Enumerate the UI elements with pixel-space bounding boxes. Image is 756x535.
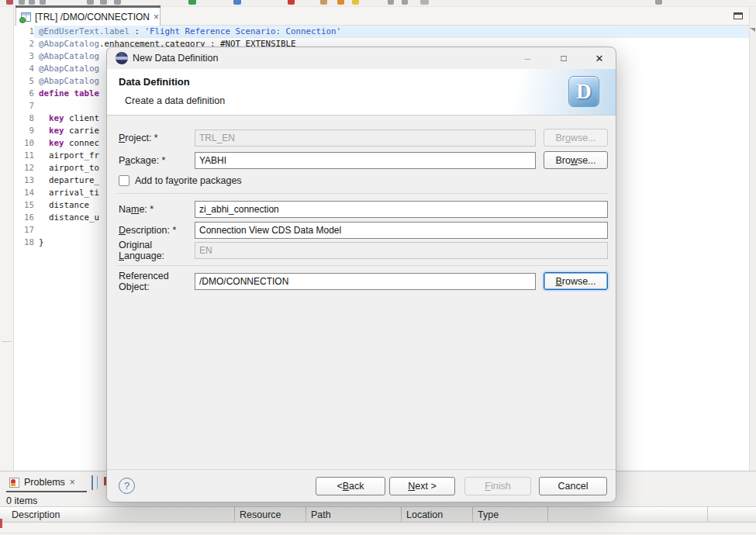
- new-data-definition-dialog: New Data Definition – □ ✕ Data Definitio…: [106, 47, 616, 502]
- active-tab-underline: [6, 491, 87, 492]
- toolbar-icon-fragment[interactable]: [320, 0, 327, 5]
- maximize-icon[interactable]: □: [557, 51, 571, 65]
- column-header-path[interactable]: Path: [306, 507, 402, 522]
- red-marker: [0, 519, 2, 528]
- description-row: Description: *: [119, 221, 608, 239]
- table-view-icon: [91, 475, 93, 490]
- code-line[interactable]: 1@EndUserText.label : 'Flight Reference …: [14, 26, 749, 38]
- line-number: 3: [14, 50, 34, 63]
- toolbar-icon-fragment[interactable]: [29, 0, 35, 5]
- favorite-checkbox[interactable]: [119, 175, 129, 186]
- toolbar-icon-fragment[interactable]: [114, 0, 121, 5]
- separator: [117, 193, 608, 194]
- dialog-button-bar: ? < Back Next > Finish Cancel: [107, 469, 616, 502]
- toolbar-icon-fragment[interactable]: [655, 0, 662, 5]
- items-count: 0 items: [6, 495, 37, 506]
- page-title: Data Definition: [119, 76, 190, 88]
- line-number: 12: [14, 162, 34, 174]
- column-header-location[interactable]: Location: [402, 507, 473, 522]
- tab-close-icon[interactable]: ×: [154, 12, 159, 22]
- original-language-row: Original Language:: [119, 241, 608, 259]
- editor-tab-bar: [TRL] /DMO/CONNECTION ×: [14, 7, 749, 26]
- toolbar-icon-fragment[interactable]: [352, 0, 359, 5]
- line-number: 2: [14, 38, 34, 50]
- package-browse-button[interactable]: Browse...: [544, 151, 608, 169]
- page-subtitle: Create a data definition: [125, 95, 225, 106]
- package-row: Package: * Browse...: [119, 151, 608, 169]
- toolbar-icon-fragment[interactable]: [288, 0, 295, 5]
- toolbar-icon-fragment[interactable]: [337, 0, 344, 5]
- cancel-button[interactable]: Cancel: [539, 477, 607, 495]
- line-number: 18: [14, 236, 34, 249]
- toolbar-icon-fragment[interactable]: [19, 0, 25, 5]
- problems-table-header: DescriptionResourcePathLocationType: [0, 506, 756, 523]
- original-language-label: Original Language:: [119, 240, 195, 261]
- ruler-marker-icon: [750, 28, 755, 32]
- minimize-editor-icon[interactable]: [734, 12, 743, 19]
- referenced-object-browse-button[interactable]: Browse...: [544, 272, 608, 290]
- column-header-description[interactable]: Description: [0, 507, 235, 522]
- line-number: 1: [14, 26, 34, 38]
- project-row: Project: * Browse...: [119, 129, 608, 147]
- dialog-titlebar[interactable]: New Data Definition – □ ✕: [107, 47, 616, 69]
- toolbar-icon-fragment[interactable]: [233, 0, 241, 5]
- active-tab-top-bar: [16, 5, 161, 8]
- finish-button: Finish: [464, 477, 531, 495]
- dialog-icon: [116, 52, 128, 64]
- favorite-label: Add to favorite packages: [135, 175, 242, 186]
- back-button[interactable]: < Back: [316, 477, 385, 495]
- close-icon[interactable]: ✕: [592, 51, 606, 65]
- project-label: Project: *: [119, 133, 195, 143]
- tab-problems[interactable]: Problems ×: [6, 474, 78, 491]
- line-number: 6: [14, 88, 34, 100]
- toolbar-icon-fragment[interactable]: [100, 0, 107, 5]
- name-row: Name: *: [119, 200, 608, 218]
- toolbar-icon-fragment[interactable]: [6, 0, 13, 5]
- help-icon[interactable]: ?: [119, 478, 135, 494]
- minimize-icon[interactable]: –: [520, 51, 534, 65]
- line-number: 8: [14, 112, 34, 125]
- tab-properties[interactable]: [91, 476, 93, 490]
- toolbar-icon-fragment[interactable]: [188, 0, 196, 5]
- dialog-header: Data Definition Create a data definition…: [107, 69, 616, 116]
- referenced-object-label: Referenced Object:: [119, 271, 195, 292]
- toolbar-icon-fragment[interactable]: [388, 0, 394, 5]
- editor-tab-label: [TRL] /DMO/CONNECTION: [35, 12, 150, 22]
- description-label: Description: *: [119, 225, 195, 236]
- data-definition-logo: D: [568, 76, 599, 107]
- line-number: 16: [14, 212, 34, 224]
- column-header-type[interactable]: Type: [473, 507, 548, 522]
- line-number: 9: [14, 125, 34, 137]
- dialog-title: New Data Definition: [133, 53, 218, 64]
- name-label: Name: *: [119, 204, 195, 215]
- overview-ruler[interactable]: [749, 7, 756, 471]
- left-trim-bar: [0, 7, 14, 471]
- line-number: 7: [14, 100, 34, 112]
- project-field: [195, 129, 536, 147]
- original-language-field: [195, 242, 608, 259]
- toolbar-icon-fragment[interactable]: [402, 0, 408, 5]
- project-browse-button: Browse...: [544, 129, 608, 147]
- line-number: 5: [14, 75, 34, 88]
- problems-tab-close-icon[interactable]: ×: [70, 477, 75, 488]
- toolbar-icon-fragment[interactable]: [87, 0, 94, 5]
- editor-tab[interactable]: [TRL] /DMO/CONNECTION ×: [16, 7, 161, 26]
- line-number: 10: [14, 137, 34, 150]
- referenced-object-field[interactable]: [195, 273, 536, 290]
- next-button[interactable]: Next >: [389, 477, 455, 495]
- trim-divider: [2, 341, 12, 342]
- referenced-object-row: Referenced Object: Browse...: [119, 272, 608, 290]
- description-field[interactable]: [195, 222, 608, 239]
- line-number: 15: [14, 199, 34, 212]
- problems-empty-row: [0, 523, 756, 533]
- column-header-resource[interactable]: Resource: [235, 507, 306, 522]
- line-number: 17: [14, 224, 34, 236]
- problems-tab-label: Problems: [24, 477, 65, 488]
- problems-icon: [9, 478, 19, 488]
- toolbar-icon-fragment[interactable]: [40, 0, 46, 5]
- data-definition-icon: [21, 12, 31, 22]
- toolbar-icon-fragment[interactable]: [420, 0, 429, 5]
- package-field[interactable]: [195, 152, 536, 169]
- name-field[interactable]: [195, 201, 608, 218]
- line-number: 13: [14, 174, 34, 187]
